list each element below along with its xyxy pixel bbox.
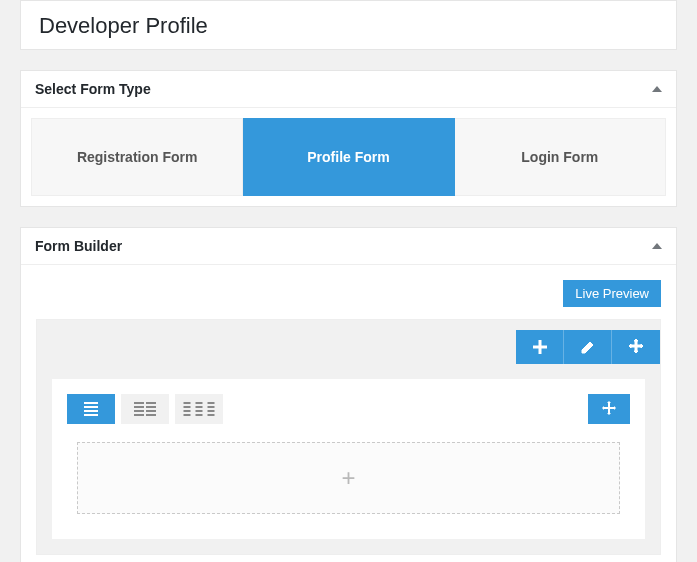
- layout-one-column-button[interactable]: [67, 394, 115, 424]
- form-type-panel-title: Select Form Type: [35, 81, 151, 97]
- tab-registration-form[interactable]: Registration Form: [31, 118, 243, 196]
- row-move-handle[interactable]: [588, 394, 630, 424]
- column-layout-choices: [67, 394, 223, 424]
- plus-icon: +: [341, 466, 355, 490]
- tab-login-form[interactable]: Login Form: [455, 118, 666, 196]
- plus-icon: [533, 340, 547, 354]
- builder-row-header: [67, 394, 630, 424]
- form-type-panel-header[interactable]: Select Form Type: [21, 71, 676, 108]
- move-icon: [628, 339, 644, 355]
- three-column-icon: [182, 402, 216, 416]
- canvas-toolbar: [37, 320, 660, 364]
- form-builder-body: Live Preview: [21, 265, 676, 562]
- form-type-tabs: Registration Form Profile Form Login For…: [31, 118, 666, 196]
- edit-row-button[interactable]: [564, 330, 612, 364]
- pencil-icon: [581, 340, 595, 354]
- form-builder-panel-title: Form Builder: [35, 238, 122, 254]
- move-row-button[interactable]: [612, 330, 660, 364]
- layout-three-column-button[interactable]: [175, 394, 223, 424]
- move-icon: [601, 401, 617, 417]
- form-builder-panel-header[interactable]: Form Builder: [21, 228, 676, 265]
- page-title-card: Developer Profile: [20, 0, 677, 50]
- two-column-icon: [134, 402, 156, 416]
- live-preview-button[interactable]: Live Preview: [563, 280, 661, 307]
- add-row-button[interactable]: [516, 330, 564, 364]
- caret-up-icon: [652, 86, 662, 92]
- layout-two-column-button[interactable]: [121, 394, 169, 424]
- builder-canvas: +: [36, 319, 661, 555]
- caret-up-icon: [652, 243, 662, 249]
- builder-row: +: [52, 379, 645, 539]
- form-type-panel-body: Registration Form Profile Form Login For…: [21, 108, 676, 206]
- form-builder-panel: Form Builder Live Preview: [20, 227, 677, 562]
- form-type-panel: Select Form Type Registration Form Profi…: [20, 70, 677, 207]
- one-column-icon: [84, 402, 98, 416]
- canvas-toolbar-group: [516, 330, 660, 364]
- live-preview-row: Live Preview: [36, 280, 661, 307]
- page-title: Developer Profile: [39, 13, 658, 39]
- field-dropzone[interactable]: +: [77, 442, 620, 514]
- tab-profile-form[interactable]: Profile Form: [243, 118, 454, 196]
